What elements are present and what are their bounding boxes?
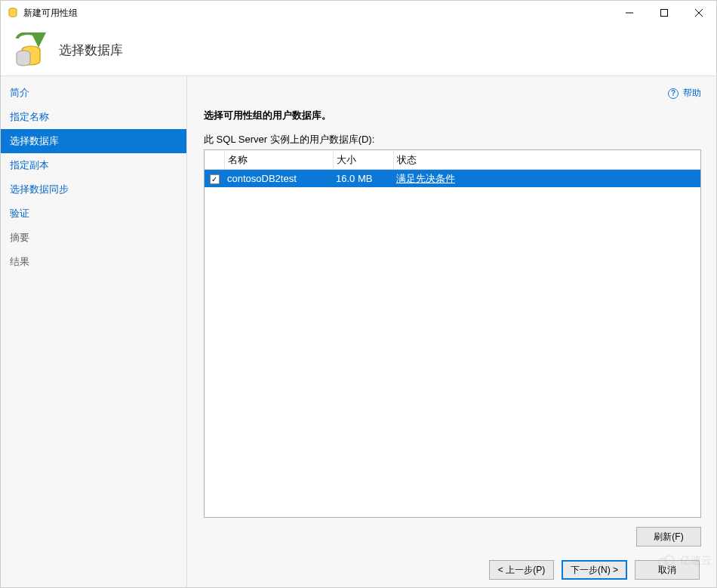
sidebar-item-name[interactable]: 指定名称 bbox=[1, 105, 186, 129]
column-size[interactable]: 大小 bbox=[333, 150, 393, 169]
app-icon bbox=[7, 7, 19, 19]
refresh-button[interactable]: 刷新(F) bbox=[636, 527, 701, 546]
help-link[interactable]: 帮助 bbox=[683, 87, 701, 100]
sidebar-item-result[interactable]: 结果 bbox=[1, 250, 186, 274]
row-checkbox[interactable]: ✓ bbox=[210, 174, 220, 184]
sidebar-item-replicas[interactable]: 指定副本 bbox=[1, 153, 186, 177]
table-row[interactable]: ✓ contosoDB2test 16.0 MB 满足先决条件 bbox=[205, 170, 700, 187]
row-checkbox-cell: ✓ bbox=[205, 173, 224, 184]
window-title: 新建可用性组 bbox=[23, 7, 78, 20]
cancel-button[interactable]: 取消 bbox=[635, 560, 700, 580]
wizard-header: 选择数据库 bbox=[1, 25, 716, 76]
wizard-sidebar: 简介 指定名称 选择数据库 指定副本 选择数据同步 验证 摘要 结果 bbox=[1, 76, 187, 587]
titlebar: 新建可用性组 bbox=[1, 1, 716, 25]
sidebar-item-select-db[interactable]: 选择数据库 bbox=[1, 129, 186, 153]
next-button[interactable]: 下一步(N) > bbox=[562, 560, 627, 580]
window-controls bbox=[612, 1, 716, 25]
column-name[interactable]: 名称 bbox=[224, 150, 333, 169]
column-status[interactable]: 状态 bbox=[393, 150, 700, 169]
table-body: ✓ contosoDB2test 16.0 MB 满足先决条件 bbox=[205, 170, 700, 517]
sidebar-item-sync[interactable]: 选择数据同步 bbox=[1, 177, 186, 202]
sidebar-item-label: 选择数据同步 bbox=[10, 183, 69, 196]
sidebar-item-label: 选择数据库 bbox=[10, 134, 59, 148]
sidebar-item-label: 验证 bbox=[10, 207, 29, 220]
previous-button[interactable]: < 上一步(P) bbox=[489, 560, 554, 580]
maximize-button[interactable] bbox=[647, 1, 682, 25]
page-title: 选择数据库 bbox=[59, 42, 123, 59]
row-status-link[interactable]: 满足先决条件 bbox=[393, 172, 700, 186]
wizard-body: 简介 指定名称 选择数据库 指定副本 选择数据同步 验证 摘要 结果 ? 帮助 … bbox=[1, 76, 716, 587]
minimize-button[interactable] bbox=[612, 1, 647, 25]
database-icon bbox=[11, 32, 48, 69]
svg-rect-2 bbox=[661, 10, 668, 17]
row-name: contosoDB2test bbox=[224, 173, 333, 184]
nav-row: < 上一步(P) 下一步(N) > 取消 bbox=[204, 560, 701, 580]
sidebar-item-label: 结果 bbox=[10, 255, 29, 269]
sidebar-item-intro[interactable]: 简介 bbox=[1, 81, 186, 105]
row-size: 16.0 MB bbox=[333, 173, 393, 184]
sidebar-item-label: 摘要 bbox=[10, 231, 29, 245]
sidebar-item-validate[interactable]: 验证 bbox=[1, 202, 186, 226]
database-table: 名称 大小 状态 ✓ contosoDB2test 16.0 MB 满足先决条件 bbox=[204, 149, 701, 518]
help-icon[interactable]: ? bbox=[668, 88, 679, 99]
sidebar-item-summary[interactable]: 摘要 bbox=[1, 226, 186, 250]
sidebar-item-label: 指定名称 bbox=[10, 110, 49, 124]
instruction-text: 选择可用性组的用户数据库。 bbox=[204, 109, 701, 122]
wizard-main: ? 帮助 选择可用性组的用户数据库。 此 SQL Server 实例上的用户数据… bbox=[187, 76, 716, 587]
subinstruction-text: 此 SQL Server 实例上的用户数据库(D): bbox=[204, 133, 701, 146]
sidebar-item-label: 指定副本 bbox=[10, 159, 49, 172]
close-button[interactable] bbox=[682, 1, 716, 25]
refresh-row: 刷新(F) bbox=[204, 527, 701, 546]
sidebar-item-label: 简介 bbox=[10, 86, 29, 100]
help-row: ? 帮助 bbox=[204, 87, 701, 100]
table-header: 名称 大小 状态 bbox=[205, 150, 700, 170]
